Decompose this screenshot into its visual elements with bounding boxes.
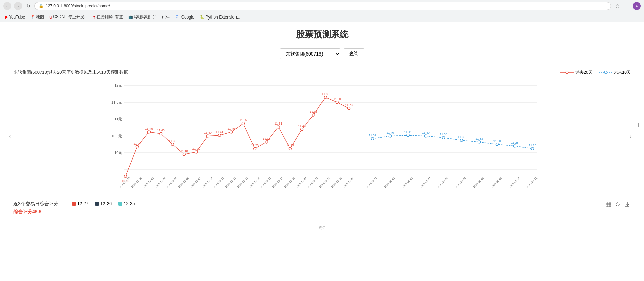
svg-text:11.51: 11.51 (274, 122, 282, 125)
svg-point-33 (324, 96, 327, 99)
bookmark-google[interactable]: G Google (174, 14, 197, 21)
svg-text:2018-12-11: 2018-12-11 (213, 176, 225, 188)
svg-text:11.21: 11.21 (192, 147, 200, 150)
python-icon: 🐍 (200, 15, 204, 19)
back-button[interactable]: ← (3, 2, 11, 10)
svg-text:11.28: 11.28 (511, 141, 519, 144)
svg-point-17 (136, 145, 139, 148)
svg-text:2018-11-30: 2018-11-30 (131, 176, 143, 188)
svg-text:2019-01-08: 2019-01-08 (473, 176, 485, 188)
svg-text:2019-01-07: 2019-01-07 (455, 176, 467, 188)
svg-point-24 (218, 134, 221, 137)
svg-text:11.25: 11.25 (529, 144, 536, 147)
svg-text:11.40: 11.40 (422, 131, 430, 134)
svg-point-27 (254, 147, 256, 150)
svg-text:11.33: 11.33 (263, 137, 270, 140)
bookmark-google-label: Google (181, 15, 195, 20)
eval-label-1227: 12-27 (77, 201, 88, 206)
bottom-label: 资金 (7, 225, 637, 230)
svg-text:2019-01-10: 2019-01-10 (508, 176, 520, 188)
bookmark-youtube[interactable]: ▶ YouTube (3, 14, 27, 20)
eval-left: 近3个交易日综合评分 综合评分45.5 (13, 201, 58, 215)
svg-point-28 (265, 141, 268, 143)
svg-text:2018-12-04: 2018-12-04 (154, 176, 166, 188)
legend-future-line-icon (599, 70, 612, 74)
svg-point-57 (389, 135, 392, 137)
refresh-button[interactable]: ↻ (25, 3, 32, 9)
svg-point-56 (371, 137, 374, 140)
chart-area: ‹ 12元 11.5元 11元 10.5元 10元 (13, 79, 631, 194)
bookmark-bilibili-label: 哔哩哔哩（ ' - ' )つ... (134, 14, 170, 20)
svg-text:2018-12-31: 2018-12-31 (366, 176, 378, 188)
eval-label-1226: 12-26 (100, 201, 112, 206)
bookmark-bilibili[interactable]: 📺 哔哩哔哩（ ' - ' )つ... (126, 13, 172, 21)
svg-text:2018-12-13: 2018-12-13 (237, 176, 249, 188)
bookmark-csdn[interactable]: C CSDN - 专业开发... (47, 13, 90, 21)
chart-nav-left-button[interactable]: ‹ (7, 132, 13, 142)
bookmark-csdn-label: CSDN - 专业开发... (53, 14, 88, 20)
query-button[interactable]: 查询 (344, 48, 364, 59)
legend-future: 未来10天 (599, 70, 631, 75)
eval-legend-1227: 12-27 (72, 201, 88, 206)
csdn-icon: C (49, 15, 52, 19)
side-download-button[interactable]: ⬇ (636, 122, 641, 128)
table-tool-button[interactable] (605, 201, 612, 209)
download-tool-button[interactable] (624, 201, 631, 209)
forward-button[interactable]: → (14, 2, 22, 10)
menu-button[interactable]: ⋮ (623, 2, 631, 10)
legend-future-label: 未来10天 (614, 70, 631, 75)
svg-text:11.43: 11.43 (157, 129, 165, 132)
svg-point-58 (407, 134, 410, 137)
map-icon: 📍 (30, 15, 35, 19)
svg-text:11.27: 11.27 (133, 142, 141, 145)
browser-bar: ← → ↻ 🔒 127.0.0.1:8000/stock_predict/hom… (0, 0, 644, 12)
bookmark-star-button[interactable]: ☆ (614, 2, 621, 10)
svg-text:2018-12-05: 2018-12-05 (166, 176, 178, 188)
svg-text:2018-12-03: 2018-12-03 (142, 176, 155, 188)
bookmark-youdao-label: 在线翻译_有道 (96, 14, 123, 20)
svg-text:2018-12-17: 2018-12-17 (260, 176, 272, 188)
svg-text:11.48: 11.48 (298, 124, 306, 128)
svg-text:11.25: 11.25 (251, 144, 259, 147)
eval-title: 近3个交易日综合评分 (13, 201, 58, 207)
svg-point-30 (289, 147, 292, 150)
svg-point-32 (312, 114, 315, 116)
table-icon (606, 202, 611, 207)
svg-text:11.65: 11.65 (310, 110, 317, 113)
svg-point-35 (348, 107, 350, 110)
svg-text:2019-01-02: 2019-01-02 (401, 176, 414, 188)
svg-text:11.18: 11.18 (180, 149, 188, 153)
svg-text:2018-12-14: 2018-12-14 (248, 176, 260, 188)
chart-nav-right-button[interactable]: › (627, 132, 634, 142)
svg-point-19 (160, 132, 162, 135)
svg-text:12元: 12元 (114, 83, 122, 87)
svg-text:2018-12-19: 2018-12-19 (284, 176, 296, 188)
svg-point-29 (277, 126, 280, 128)
bookmark-python[interactable]: 🐍 Python Extension... (198, 14, 242, 20)
chart-section: 东软集团(600718)过去20天历史数据以及未来10天预测数据 过去20天 未… (13, 69, 631, 194)
google-icon: G (176, 14, 180, 20)
svg-text:2018-12-06: 2018-12-06 (178, 176, 190, 188)
svg-point-25 (230, 131, 233, 133)
refresh-tool-button[interactable] (614, 201, 621, 209)
svg-point-65 (531, 147, 534, 150)
address-bar: 🔒 127.0.0.1:8000/stock_predict/home/ (34, 2, 611, 10)
svg-text:11.45: 11.45 (145, 127, 153, 130)
svg-text:11.80: 11.80 (333, 97, 341, 101)
stock-select[interactable]: 东软集团(600718) (280, 48, 340, 59)
svg-point-63 (496, 143, 499, 146)
svg-text:2018-12-24: 2018-12-24 (319, 176, 331, 188)
svg-point-59 (425, 135, 427, 137)
eval-dot-1226 (95, 202, 99, 206)
eval-dot-1227 (72, 202, 76, 206)
svg-point-26 (242, 122, 245, 125)
url-text: 127.0.0.1:8000/stock_predict/home/ (46, 4, 110, 8)
eval-legend-section: 12-27 12-26 12-25 (72, 201, 135, 206)
svg-text:2018-12-10: 2018-12-10 (201, 176, 213, 188)
bookmark-map[interactable]: 📍 地图 (28, 13, 46, 21)
bilibili-icon: 📺 (128, 15, 133, 19)
bookmark-youdao[interactable]: Y 在线翻译_有道 (91, 13, 125, 21)
chart-plot: 12元 11.5元 11元 10.5元 10元 (13, 79, 631, 194)
svg-point-21 (183, 153, 186, 156)
svg-text:11元: 11元 (114, 117, 122, 121)
